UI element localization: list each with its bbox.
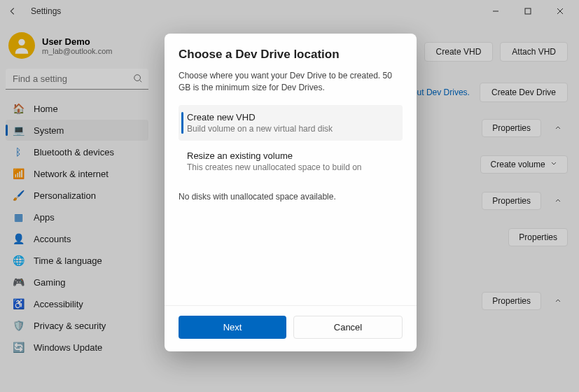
modal-description: Choose where you want your Dev Drive to …: [179, 70, 403, 94]
cancel-button[interactable]: Cancel: [293, 316, 403, 339]
modal-note: No disks with unallocated space availabl…: [179, 192, 403, 202]
dev-drive-modal: Choose a Dev Drive location Choose where…: [165, 34, 417, 351]
option-resize-volume[interactable]: Resize an existing volume This creates n…: [179, 144, 403, 179]
modal-title: Choose a Dev Drive location: [179, 48, 403, 62]
next-button[interactable]: Next: [179, 316, 286, 339]
option-create-new-vhd[interactable]: Create new VHD Build volume on a new vir…: [179, 105, 403, 141]
